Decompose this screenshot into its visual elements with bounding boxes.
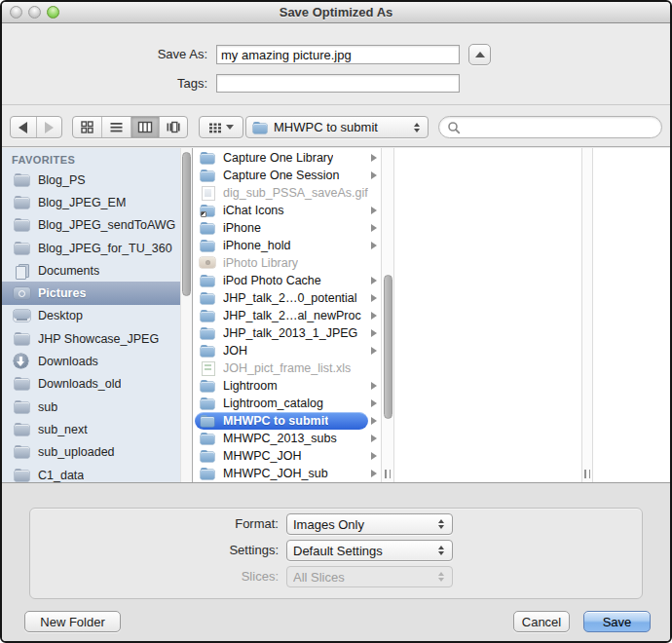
sidebar-item[interactable]: Blog_JPEG_EM bbox=[2, 191, 180, 213]
folder-blue-icon bbox=[200, 221, 216, 235]
grid-view-icon bbox=[80, 120, 94, 134]
file-list-item[interactable]: Capture One Library bbox=[194, 149, 381, 167]
save-as-input[interactable] bbox=[216, 45, 460, 64]
forward-button[interactable] bbox=[36, 117, 61, 137]
folder-icon bbox=[252, 121, 269, 134]
sidebar-item[interactable]: sub bbox=[2, 396, 180, 418]
iphoto-icon bbox=[200, 256, 216, 270]
file-list-item[interactable]: dig_sub_PSSA_saveAs.gif bbox=[194, 184, 381, 202]
sidebar-item[interactable]: Blog_JPEG_for_TU_360 bbox=[2, 237, 180, 259]
sidebar-item[interactable]: Blog_PS bbox=[2, 169, 180, 191]
sidebar-item[interactable]: C1_data bbox=[2, 464, 180, 482]
sidebar-item[interactable]: Blog_JPEG_sendToAWG bbox=[2, 214, 180, 237]
coverflow-view-button[interactable] bbox=[159, 117, 187, 137]
sidebar-item[interactable]: Desktop bbox=[2, 305, 180, 327]
file-list-item[interactable]: iPhone_hold bbox=[194, 237, 381, 254]
up-triangle-icon bbox=[475, 52, 485, 57]
file-item-label: iChat Icons bbox=[223, 204, 284, 217]
disclosure-arrow-icon bbox=[371, 312, 377, 320]
file-item-label: MHWPC_JOH bbox=[223, 449, 302, 463]
column-view-button[interactable] bbox=[131, 117, 159, 137]
new-folder-button[interactable]: New Folder bbox=[24, 611, 121, 632]
sidebar-item[interactable]: Downloads bbox=[2, 350, 180, 372]
file-list-item[interactable]: Lightroom bbox=[194, 377, 381, 395]
location-popup[interactable]: MHWPC to submit bbox=[245, 116, 429, 138]
folder-blue-icon bbox=[200, 309, 216, 322]
sidebar-item[interactable]: Downloads_old bbox=[2, 373, 180, 396]
disclosure-arrow-icon bbox=[371, 470, 377, 477]
column2-scrollbar-track[interactable] bbox=[581, 148, 593, 482]
folder-blue-icon bbox=[200, 326, 216, 340]
file-item-label: Capture One Library bbox=[223, 151, 333, 165]
file-list-item[interactable]: iPod Photo Cache bbox=[194, 272, 381, 289]
documents-icon bbox=[14, 264, 30, 278]
list-view-button[interactable] bbox=[101, 117, 130, 137]
sidebar-item[interactable]: sub_next bbox=[2, 418, 180, 440]
titlebar[interactable]: Save Optimized As bbox=[2, 2, 670, 23]
sidebar-item[interactable]: Documents bbox=[2, 259, 180, 282]
format-popup[interactable]: Images Only bbox=[286, 513, 453, 535]
file-browser: FAVORITES Blog_PS Blog_JPEG_EM Blog_JPEG… bbox=[2, 148, 670, 482]
sidebar-item-label: Documents bbox=[38, 264, 99, 278]
file-list-item[interactable]: JHP_talk_2…al_newProc bbox=[194, 307, 381, 324]
sidebar-scrollbar-thumb[interactable] bbox=[182, 152, 191, 296]
format-label: Format: bbox=[148, 513, 279, 535]
settings-popup[interactable]: Default Settings bbox=[286, 540, 453, 561]
save-button[interactable]: Save bbox=[583, 611, 651, 632]
file-list-item[interactable]: JHP_talk_2013_1_JPEG bbox=[194, 324, 381, 342]
file-item-label: MHWPC_JOH_sub bbox=[223, 467, 328, 480]
file-list-item[interactable]: MHWPC_JOH bbox=[194, 447, 381, 465]
cancel-button[interactable]: Cancel bbox=[513, 611, 570, 632]
file-list-item[interactable]: JOH bbox=[194, 342, 381, 359]
sidebar-item[interactable]: Pictures bbox=[2, 282, 180, 304]
file-list-item[interactable]: Lightroom_catalog bbox=[194, 395, 381, 412]
sidebar-scrollbar-track[interactable] bbox=[180, 148, 192, 482]
folder-alias-icon bbox=[200, 204, 216, 217]
file-list-item[interactable]: MHWPC to submit bbox=[194, 412, 381, 430]
caret-down-icon bbox=[226, 125, 234, 130]
search-field[interactable] bbox=[438, 116, 662, 138]
file-list-item[interactable]: JOH_pict_frame_list.xls bbox=[194, 359, 381, 377]
sidebar-item[interactable]: sub_uploaded bbox=[2, 441, 180, 464]
folder-blue-icon bbox=[200, 274, 216, 287]
sidebar-item[interactable]: JHP Showcase_JPEG bbox=[2, 327, 180, 350]
action-menu-button[interactable] bbox=[199, 116, 243, 138]
slices-popup: All Slices bbox=[286, 566, 453, 587]
column1-scrollbar-thumb[interactable] bbox=[384, 275, 392, 419]
back-button[interactable] bbox=[11, 117, 36, 137]
column2-resize-handle[interactable] bbox=[584, 470, 590, 478]
search-input[interactable] bbox=[466, 119, 653, 135]
file-list-item[interactable]: iChat Icons bbox=[194, 202, 381, 219]
file-list-item[interactable]: MHWPC_JOH_sub bbox=[194, 465, 381, 482]
location-popup-label: MHWPC to submit bbox=[274, 120, 409, 134]
file-list-item[interactable]: JHP_talk_2…0_potential bbox=[194, 289, 381, 307]
sidebar-item-label: sub bbox=[38, 400, 57, 414]
file-list-item[interactable]: Capture One Session bbox=[194, 167, 381, 184]
file-list-item[interactable]: MHWPC_2013_subs bbox=[194, 430, 381, 447]
folder-side-icon bbox=[14, 196, 30, 209]
sidebar-item-label: Blog_JPEG_for_TU_360 bbox=[38, 242, 172, 255]
collapse-panel-button[interactable] bbox=[468, 44, 491, 65]
disclosure-arrow-icon bbox=[371, 224, 377, 232]
column1-resize-handle[interactable] bbox=[385, 470, 391, 478]
filename-section: Save As: Tags: bbox=[2, 23, 670, 105]
sidebar-item-label: Pictures bbox=[38, 286, 86, 300]
sidebar-item-label: Downloads_old bbox=[38, 377, 121, 391]
download-icon bbox=[14, 355, 30, 368]
folder-blue-icon bbox=[200, 344, 216, 358]
file-list-item[interactable]: iPhoto Library bbox=[194, 254, 381, 272]
disclosure-arrow-icon bbox=[371, 399, 377, 407]
folder-blue-icon bbox=[200, 169, 216, 182]
window-title: Save Optimized As bbox=[2, 2, 670, 22]
column3-empty bbox=[593, 148, 670, 482]
file-item-label: Lightroom bbox=[223, 379, 278, 393]
file-list-item[interactable]: iPhone bbox=[194, 219, 381, 237]
tags-input[interactable] bbox=[216, 74, 460, 93]
icon-view-button[interactable] bbox=[73, 117, 101, 137]
sidebar-item-label: JHP Showcase_JPEG bbox=[38, 332, 159, 346]
tags-label: Tags: bbox=[99, 74, 207, 94]
sidebar: FAVORITES Blog_PS Blog_JPEG_EM Blog_JPEG… bbox=[2, 148, 193, 482]
column1-scrollbar-track[interactable] bbox=[381, 148, 394, 482]
popup-arrows-icon bbox=[414, 123, 420, 132]
disclosure-arrow-icon bbox=[371, 417, 377, 425]
